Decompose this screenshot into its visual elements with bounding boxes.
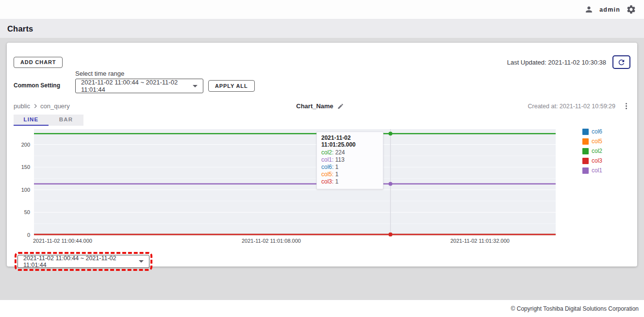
created-at-label: Created at: 2021-11-02 10:59:29 (528, 103, 615, 110)
tooltip-row: col6: 1 (321, 164, 379, 171)
refresh-button[interactable] (612, 55, 630, 69)
legend-item-col2[interactable]: col2 (582, 148, 602, 154)
topbar: admin (0, 0, 644, 19)
settings-gear-icon[interactable] (626, 4, 636, 15)
legend-swatch-col6 (582, 129, 589, 135)
chart-time-range-value: 2021-11-02 11:00:44 ~ 2021-11-02 11:01:4… (23, 255, 139, 268)
breadcrumb-database: public (14, 102, 30, 110)
svg-text:50: 50 (24, 209, 30, 215)
copyright-label: © Copyright Toshiba Digital Solutions Co… (511, 305, 639, 312)
legend-label-col5: col5 (592, 138, 602, 145)
legend-swatch-col3 (582, 158, 589, 164)
legend-swatch-col2 (582, 148, 589, 154)
chart-legend: col6col5col2col3col1 (582, 127, 602, 246)
svg-text:2021-11-02 11:00:44.000: 2021-11-02 11:00:44.000 (33, 238, 92, 244)
svg-text:2021-11-02 11:01:32.000: 2021-11-02 11:01:32.000 (450, 238, 510, 244)
tooltip-row: col2: 224 (321, 149, 379, 156)
legend-label-col3: col3 (592, 157, 602, 164)
legend-swatch-col5 (582, 138, 589, 145)
svg-text:100: 100 (21, 187, 30, 193)
breadcrumb: public con_query (14, 102, 70, 110)
time-range-select[interactable]: 2021-11-02 11:00:44 ~ 2021-11-02 11:01:4… (75, 79, 203, 93)
user-avatar-icon[interactable] (584, 5, 594, 14)
tab-line[interactable]: LINE (14, 115, 49, 126)
chart-tooltip: 2021-11-02 11:01:25.000 col2: 224col1: 1… (316, 132, 383, 189)
legend-item-col6[interactable]: col6 (582, 128, 602, 135)
select-time-range-label: Select time range (75, 70, 203, 77)
highlight-annotation-box: 2021-11-02 11:00:44 ~ 2021-11-02 11:01:4… (15, 252, 152, 271)
svg-text:2021-11-02 11:01:08.000: 2021-11-02 11:01:08.000 (242, 238, 301, 244)
page-title: Charts (7, 24, 33, 33)
last-updated-label: Last Updated: 2021-11-02 10:30:38 (507, 59, 606, 66)
chevron-right-icon (32, 102, 39, 110)
time-range-value: 2021-11-02 11:00:44 ~ 2021-11-02 11:01:4… (81, 79, 193, 93)
edit-pencil-icon[interactable] (337, 103, 344, 110)
footer: © Copyright Toshiba Digital Solutions Co… (0, 300, 644, 317)
page-title-bar: Charts (0, 19, 644, 38)
chart-time-range-select[interactable]: 2021-11-02 11:00:44 ~ 2021-11-02 11:01:4… (17, 255, 149, 268)
chevron-down-icon (139, 260, 144, 263)
common-setting-label: Common Setting (14, 82, 75, 89)
add-chart-button[interactable]: ADD CHART (14, 57, 63, 68)
chart-plot-area[interactable]: 0501001502002021-11-02 11:00:44.0002021-… (14, 127, 567, 246)
legend-item-col5[interactable]: col5 (582, 138, 602, 145)
legend-label-col1: col1 (592, 167, 602, 174)
apply-all-button[interactable]: APPLY ALL (208, 80, 255, 92)
legend-item-col3[interactable]: col3 (582, 157, 602, 164)
charts-card: ADD CHART Last Updated: 2021-11-02 10:30… (7, 43, 637, 267)
tooltip-timestamp: 2021-11-02 11:01:25.000 (321, 134, 379, 148)
line-chart-svg[interactable]: 0501001502002021-11-02 11:00:44.0002021-… (14, 127, 567, 246)
tooltip-row: col3: 1 (321, 178, 379, 185)
legend-item-col1[interactable]: col1 (582, 167, 602, 174)
legend-swatch-col1 (582, 167, 589, 174)
svg-text:200: 200 (21, 142, 30, 148)
chevron-down-icon (193, 85, 198, 87)
chart-type-tabs: LINE BAR (14, 115, 83, 126)
tab-bar[interactable]: BAR (49, 115, 83, 126)
tooltip-row: col1: 113 (321, 156, 379, 164)
tooltip-row: col5: 1 (321, 171, 379, 178)
refresh-icon (617, 58, 626, 67)
chart-name-label: Chart_Name (296, 102, 333, 110)
legend-label-col2: col2 (592, 148, 602, 154)
svg-text:150: 150 (21, 164, 30, 170)
main-content: ADD CHART Last Updated: 2021-11-02 10:30… (0, 38, 644, 300)
username-label[interactable]: admin (599, 6, 620, 13)
breadcrumb-query: con_query (40, 102, 70, 110)
legend-label-col6: col6 (592, 128, 602, 135)
kebab-menu-icon[interactable] (622, 102, 630, 110)
svg-text:0: 0 (27, 232, 30, 238)
